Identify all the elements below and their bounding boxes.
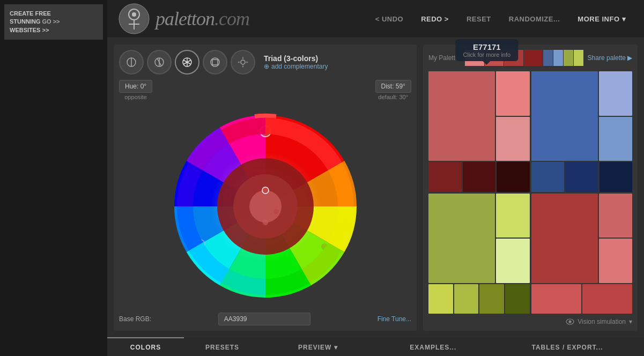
swatch-1[interactable] (465, 50, 484, 66)
color-wheel-wrapper[interactable] (164, 105, 367, 308)
dark-red-med2[interactable] (582, 284, 632, 314)
dist-area: Dist: 59° default: 30° (375, 80, 411, 100)
blue-light2[interactable] (599, 117, 632, 161)
base-rgb-label: Base RGB: (119, 315, 151, 323)
svg-point-26 (273, 209, 279, 214)
swatch-5[interactable] (543, 50, 553, 66)
svg-point-25 (262, 187, 269, 194)
color-panel: Triad (3-colors) add complementary Hue: … (114, 44, 417, 331)
ad-arrows: >> (42, 27, 49, 33)
palette-panel: My Palette: Share palette ▶ (423, 44, 638, 331)
red-main[interactable]: E77171 Click for more info (428, 71, 495, 161)
vision-sim-arrow: ▾ (629, 318, 632, 325)
my-palette-label: My Palette: (428, 54, 461, 62)
olive-bright1[interactable] (428, 284, 453, 314)
logo-text: paletton.com (156, 8, 249, 30)
header-nav: < UNDO REDO > RESET RANDOMIZE... MORE IN… (368, 11, 633, 27)
tab-colors[interactable]: COLORS (107, 337, 184, 356)
swatch-4[interactable] (524, 50, 543, 66)
olive-light2[interactable] (496, 239, 529, 283)
reset-button[interactable]: RESET (459, 11, 499, 27)
dark-red-med1[interactable] (531, 284, 581, 314)
blue-dark2[interactable] (565, 162, 598, 192)
hue-box[interactable]: Hue: 0° (119, 80, 152, 93)
olive-light1[interactable] (496, 194, 529, 238)
tab-presets[interactable]: PRESETS (184, 337, 261, 356)
mode-icon-mono[interactable] (119, 50, 144, 75)
mode-title: Triad (3-colors) (264, 54, 328, 63)
tab-tables-export[interactable]: TABLES / EXPORT... (491, 337, 644, 356)
randomize-button[interactable]: RANDOMIZE... (501, 11, 568, 27)
dist-sub-label: default: 30° (375, 94, 411, 100)
mode-icon-settings[interactable] (231, 50, 255, 75)
blue-light1[interactable] (599, 71, 632, 115)
svg-rect-15 (212, 60, 218, 65)
sidebar: CREATE FREE STUNNING GO >> WEBSITES >> (0, 0, 107, 356)
bottom-tabs: COLORS PRESETS PREVIEW ▾ EXAMPLES... TAB… (107, 337, 644, 356)
svg-point-20 (249, 190, 282, 222)
quadrant-blue (531, 71, 633, 192)
mode-icon-adjacent[interactable] (147, 50, 172, 75)
dist-box[interactable]: Dist: 59° (375, 80, 411, 93)
dark-red-light1[interactable] (599, 194, 632, 238)
logo[interactable]: paletton.com (118, 3, 249, 35)
mode-bar: Triad (3-colors) add complementary (119, 50, 411, 75)
mode-icon-triad[interactable] (175, 50, 199, 75)
dark-red-main[interactable] (531, 194, 598, 283)
share-palette-button[interactable]: Share palette ▶ (588, 54, 632, 62)
blue-dark3[interactable] (599, 162, 633, 192)
tab-examples[interactable]: EXAMPLES... (376, 337, 491, 356)
add-complementary[interactable]: add complementary (264, 63, 328, 70)
swatch-6[interactable] (553, 50, 563, 66)
my-palette-bar: My Palette: Share palette ▶ (428, 50, 632, 66)
logo-icon (118, 3, 150, 35)
undo-button[interactable]: < UNDO (368, 11, 411, 27)
tab-preview[interactable]: PREVIEW ▾ (261, 337, 376, 356)
hue-sub-label: opposite (119, 94, 152, 100)
mode-icon-tetrad[interactable] (203, 50, 227, 75)
fine-tune-button[interactable]: Fine Tune... (377, 315, 411, 323)
ad-go: GO >> (42, 18, 60, 25)
ad-line1: CREATE FREE (10, 10, 51, 17)
swatch-3[interactable] (504, 50, 523, 66)
svg-point-16 (241, 60, 245, 64)
more-info-button[interactable]: MORE INFO ▾ (570, 11, 633, 27)
olive-main[interactable] (428, 194, 495, 283)
blue-main[interactable] (531, 71, 598, 161)
olive-dark1[interactable] (479, 284, 504, 314)
base-rgb-input[interactable] (218, 313, 310, 325)
red-light1[interactable] (496, 71, 529, 115)
quadrant-olive (428, 194, 530, 314)
dark-red-light2[interactable] (599, 239, 632, 283)
quadrant-dark-red (531, 194, 633, 314)
red-dark2[interactable] (463, 162, 496, 192)
sidebar-ad[interactable]: CREATE FREE STUNNING GO >> WEBSITES >> (4, 4, 103, 40)
svg-point-27 (263, 220, 268, 225)
swatch-8[interactable] (574, 50, 583, 66)
svg-point-2 (132, 12, 136, 17)
eye-icon (566, 318, 574, 325)
hue-dist-bar: Hue: 0° opposite Dist: 59° default: 30° (119, 80, 411, 100)
olive-dark2[interactable] (505, 284, 530, 314)
base-rgb-area: Base RGB: Fine Tune... (119, 313, 411, 325)
ad-line2: STUNNING (10, 18, 40, 25)
red-dark1[interactable] (428, 162, 462, 192)
svg-point-31 (569, 321, 572, 323)
swatch-7[interactable] (564, 50, 573, 66)
red-light2[interactable] (496, 117, 529, 161)
swatch-2[interactable] (485, 50, 504, 66)
mode-info: Triad (3-colors) add complementary (264, 54, 328, 70)
vision-sim-label: Vision simulation (578, 318, 626, 325)
redo-button[interactable]: REDO > (413, 11, 456, 27)
color-wheel[interactable] (164, 105, 367, 308)
logo-main: paletton.com (156, 8, 249, 29)
red-dark3[interactable] (497, 162, 530, 192)
ad-line3: WEBSITES (10, 27, 40, 33)
hue-area: Hue: 0° opposite (119, 80, 152, 100)
color-grid: E77171 Click for more info (428, 71, 632, 314)
blue-dark1[interactable] (531, 162, 565, 192)
palette-preview (465, 50, 583, 66)
olive-bright2[interactable] (454, 284, 479, 314)
main-content: paletton.com < UNDO REDO > RESET RANDOMI… (107, 0, 644, 356)
vision-simulation[interactable]: Vision simulation ▾ (428, 318, 632, 325)
